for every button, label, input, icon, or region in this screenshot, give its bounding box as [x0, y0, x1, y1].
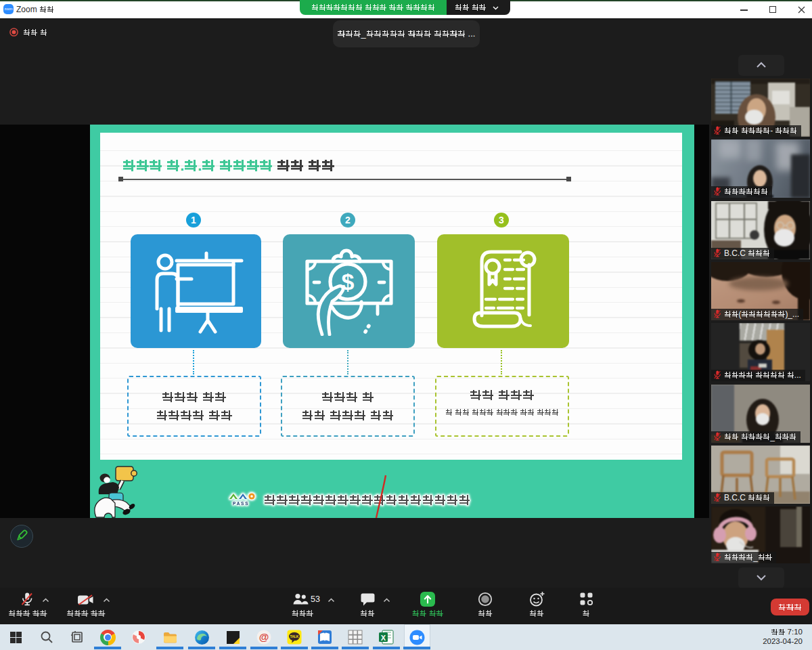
svg-text:X: X [381, 634, 386, 642]
svg-text:@: @ [259, 631, 269, 643]
svg-text:TALK: TALK [290, 634, 299, 638]
